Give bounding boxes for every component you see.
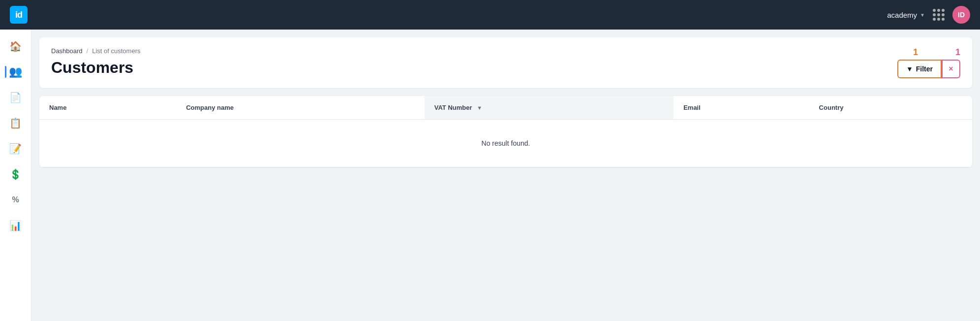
sidebar-item-invoices[interactable]: 📄 <box>5 87 27 108</box>
chevron-down-icon: ▼ <box>920 12 925 18</box>
sidebar-item-discounts[interactable]: % <box>5 189 27 211</box>
filter-buttons-group: ▼ Filter × <box>897 60 960 78</box>
sidebar-item-reports[interactable]: 📊 <box>5 215 27 236</box>
home-icon: 🏠 <box>9 40 22 52</box>
invoices-icon: 📄 <box>9 92 22 103</box>
sidebar-item-billing[interactable]: 💲 <box>5 163 27 185</box>
page-header-left: Dashboard / List of customers Customers <box>51 47 141 77</box>
sidebar-item-customers[interactable]: 👥 <box>5 61 27 83</box>
sort-arrow-icon: ▼ <box>477 105 482 111</box>
billing-icon: 💲 <box>9 168 22 180</box>
customers-table-card: Name Company name VAT Number ▼ Email Cou… <box>39 96 972 167</box>
sidebar-item-home[interactable]: 🏠 <box>5 35 27 57</box>
page-title: Customers <box>51 59 141 77</box>
filter-icon: ▼ <box>906 65 913 73</box>
quotes-icon: 📝 <box>9 143 22 155</box>
sidebar: 🏠 👥 📄 📋 📝 💲 % 📊 <box>0 30 31 321</box>
app-logo[interactable]: id <box>10 6 28 24</box>
table-body: No result found. <box>39 120 972 167</box>
clear-filter-button[interactable]: × <box>942 60 960 78</box>
apps-grid-button[interactable] <box>933 9 945 21</box>
account-switcher[interactable]: academy ▼ <box>887 11 925 19</box>
page-header-card: Dashboard / List of customers Customers … <box>39 37 972 88</box>
column-header-company[interactable]: Company name <box>176 96 425 120</box>
filter-badges: 1 1 <box>913 47 960 58</box>
breadcrumb-separator: / <box>87 47 89 55</box>
breadcrumb-dashboard[interactable]: Dashboard <box>51 47 83 55</box>
column-header-name[interactable]: Name <box>39 96 176 120</box>
column-header-vat[interactable]: VAT Number ▼ <box>425 96 674 120</box>
content-area: Dashboard / List of customers Customers … <box>31 30 980 321</box>
table-row-empty: No result found. <box>39 120 972 167</box>
close-active-badge: 1 <box>955 47 960 58</box>
navbar-right: academy ▼ ID <box>887 6 970 24</box>
column-header-country[interactable]: Country <box>809 96 972 120</box>
filter-button[interactable]: ▼ Filter <box>897 60 942 78</box>
customers-icon: 👥 <box>9 65 22 78</box>
sidebar-item-orders[interactable]: 📋 <box>5 112 27 134</box>
filter-area: 1 1 ▼ Filter × <box>897 47 960 78</box>
main-layout: 🏠 👥 📄 📋 📝 💲 % 📊 Dashboard <box>0 30 980 321</box>
navbar: id academy ▼ ID <box>0 0 980 30</box>
filter-active-badge: 1 <box>913 47 918 58</box>
discounts-icon: % <box>12 195 19 204</box>
breadcrumb-current: List of customers <box>92 47 140 55</box>
sidebar-item-quotes[interactable]: 📝 <box>5 138 27 160</box>
user-avatar[interactable]: ID <box>952 6 970 24</box>
table-header: Name Company name VAT Number ▼ Email Cou… <box>39 96 972 120</box>
breadcrumb: Dashboard / List of customers <box>51 47 141 55</box>
column-header-email[interactable]: Email <box>674 96 809 120</box>
reports-icon: 📊 <box>9 220 22 231</box>
orders-icon: 📋 <box>9 117 22 129</box>
no-result-message: No result found. <box>39 120 972 167</box>
customers-table: Name Company name VAT Number ▼ Email Cou… <box>39 96 972 167</box>
